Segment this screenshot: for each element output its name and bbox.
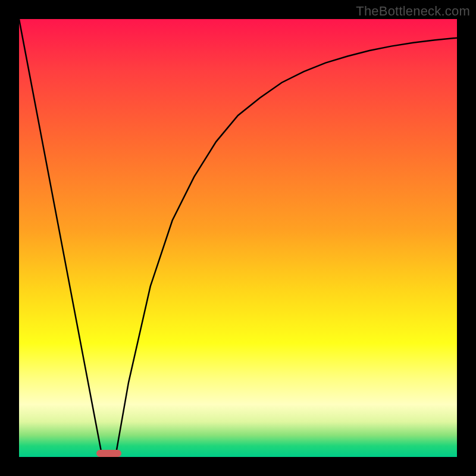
chart-container: TheBottleneck.com — [0, 0, 476, 476]
watermark-text: TheBottleneck.com — [356, 4, 470, 19]
curve-path — [19, 19, 457, 457]
plot-area — [19, 19, 457, 457]
bottleneck-curve — [19, 19, 457, 457]
curve-layer — [19, 19, 457, 457]
optimal-marker — [96, 450, 121, 457]
